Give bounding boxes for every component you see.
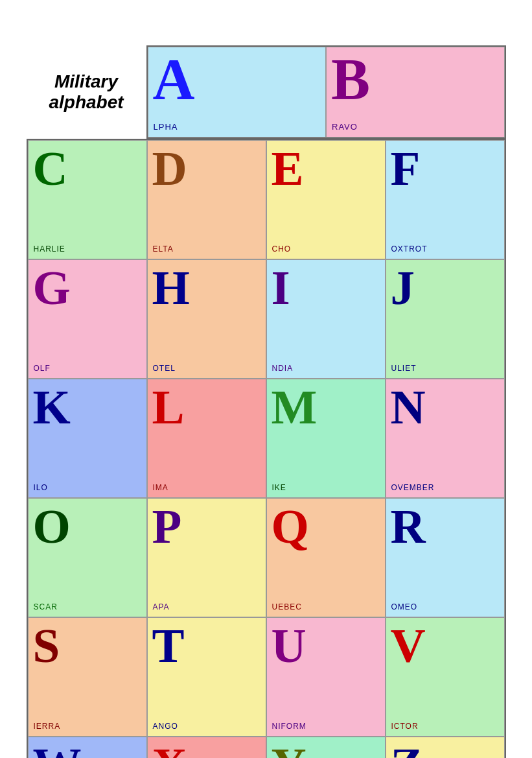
cell-s: Sierra xyxy=(28,617,147,737)
cell-d: Delta xyxy=(147,140,266,259)
ab-grid: A lpha B ravo xyxy=(146,45,506,139)
cell-k: Kilo xyxy=(28,379,147,498)
letter-a: A xyxy=(153,51,195,109)
letter-j: J xyxy=(391,263,415,312)
letter-p: P xyxy=(152,502,182,551)
word-suffix-s: ierra xyxy=(34,722,61,731)
cell-v: Victor xyxy=(386,617,505,737)
letter-l: L xyxy=(152,383,185,431)
letter-c: C xyxy=(33,144,68,193)
word-suffix-g: olf xyxy=(34,364,51,373)
word-suffix-c: harlie xyxy=(34,244,65,254)
cell-w: Wiskey xyxy=(28,737,147,758)
word-suffix-q: uebec xyxy=(272,602,302,611)
main-container: Military alphabet A lpha B ravo CharlieD… xyxy=(27,45,506,758)
cell-l: Lima xyxy=(147,379,266,498)
word-suffix-d: elta xyxy=(153,244,174,254)
word-suffix-l: ima xyxy=(153,483,168,492)
word-suffix-h: otel xyxy=(153,364,176,373)
word-suffix-o: scar xyxy=(34,602,58,611)
word-suffix-k: ilo xyxy=(34,483,48,492)
word-suffix-p: apa xyxy=(153,602,170,611)
letter-z: Z xyxy=(391,740,423,758)
letter-s: S xyxy=(33,621,60,670)
letter-g: G xyxy=(33,263,71,312)
word-suffix-j: uliet xyxy=(391,364,417,373)
word-suffix-i: ndia xyxy=(272,364,294,373)
letter-e: E xyxy=(272,144,304,193)
word-alpha-suffix: lpha xyxy=(154,122,178,132)
page: Military alphabet A lpha B ravo CharlieD… xyxy=(0,0,532,758)
letter-m: M xyxy=(272,383,318,431)
word-bravo-suffix: ravo xyxy=(332,122,358,132)
cell-q: Quebec xyxy=(266,498,386,617)
letter-k: K xyxy=(33,383,71,431)
cell-j: Juliet xyxy=(386,259,505,379)
letter-w: W xyxy=(33,740,82,758)
letter-f: F xyxy=(391,144,421,193)
word-suffix-n: ovember xyxy=(391,483,435,492)
word-suffix-t: ango xyxy=(153,722,178,731)
cell-h: Hotel xyxy=(147,259,266,379)
letter-b: B xyxy=(331,51,370,109)
cell-t: Tango xyxy=(147,617,266,737)
top-row: Military alphabet A lpha B ravo xyxy=(27,45,506,139)
cell-e: Echo xyxy=(266,140,386,259)
cell-i: India xyxy=(266,259,386,379)
cell-n: November xyxy=(386,379,505,498)
cell-b: B ravo xyxy=(326,47,505,137)
cell-o: Oscar xyxy=(28,498,147,617)
word-suffix-m: ike xyxy=(272,483,286,492)
word-suffix-v: ictor xyxy=(391,722,419,731)
cell-x: X-ray xyxy=(147,737,266,758)
letter-o: O xyxy=(33,502,71,551)
letter-q: Q xyxy=(272,502,309,551)
cell-a: A lpha xyxy=(148,47,327,137)
letter-d: D xyxy=(152,144,187,193)
letter-r: R xyxy=(391,502,426,551)
letter-h: H xyxy=(152,263,190,312)
cell-m: Mike xyxy=(266,379,386,498)
letter-y: Y xyxy=(272,740,306,758)
word-suffix-f: oxtrot xyxy=(391,244,428,254)
word-suffix-e: cho xyxy=(272,244,292,254)
word-suffix-u: niform xyxy=(272,722,306,731)
page-title: Military alphabet xyxy=(27,71,146,113)
cell-g: Golf xyxy=(28,259,147,379)
cell-p: Papa xyxy=(147,498,266,617)
cell-z: Zulu xyxy=(386,737,505,758)
letter-i: I xyxy=(272,263,290,312)
cell-r: Romeo xyxy=(386,498,505,617)
cell-y: Yankee xyxy=(266,737,386,758)
cell-u: Uniform xyxy=(266,617,386,737)
letter-u: U xyxy=(272,621,306,670)
cell-c: Charlie xyxy=(28,140,147,259)
letter-v: V xyxy=(391,621,426,670)
alphabet-grid: CharlieDeltaEchoFoxtrotGolfHotelIndiaJul… xyxy=(27,139,506,758)
letter-x: X xyxy=(152,740,187,758)
cell-f: Foxtrot xyxy=(386,140,505,259)
title-cell: Military alphabet xyxy=(27,45,146,139)
word-suffix-r: omeo xyxy=(391,602,418,611)
letter-t: T xyxy=(152,621,185,670)
letter-n: N xyxy=(391,383,426,431)
